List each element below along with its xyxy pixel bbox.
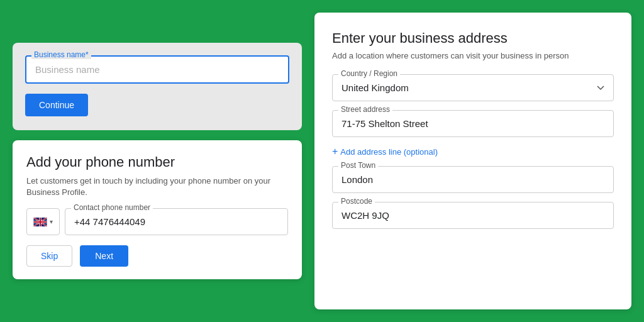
postcode-input[interactable] [332, 202, 614, 229]
address-subtitle: Add a location where customers can visit… [332, 50, 614, 62]
phone-subtitle: Let customers get in touch by including … [26, 175, 288, 198]
uk-flag-icon [33, 218, 47, 226]
country-chevron-icon: ▾ [50, 218, 53, 225]
skip-button[interactable]: Skip [26, 245, 72, 267]
country-field-wrapper: Country / Region United Kingdom [332, 74, 614, 101]
business-name-label: Business name* [31, 50, 91, 59]
street-field-label: Street address [338, 105, 392, 114]
address-card: Enter your business address Add a locati… [314, 13, 631, 309]
country-select[interactable]: United Kingdom [332, 74, 614, 101]
country-field-label: Country / Region [338, 69, 400, 78]
phone-input[interactable] [65, 208, 288, 235]
address-title: Enter your business address [332, 30, 614, 47]
street-input[interactable] [332, 110, 614, 137]
street-field-wrapper: Street address [332, 110, 614, 137]
country-selector[interactable]: ▾ [26, 208, 60, 235]
phone-actions: Skip Next [26, 245, 288, 267]
phone-field-wrapper: Contact phone number [65, 208, 288, 235]
add-address-line-label: Add address line (optional) [340, 147, 438, 157]
phone-card: Add your phone number Let customers get … [13, 140, 302, 279]
business-name-input[interactable] [25, 55, 289, 84]
post-town-input[interactable] [332, 166, 614, 193]
phone-input-row: ▾ Contact phone number [26, 208, 288, 235]
phone-title: Add your phone number [26, 154, 288, 170]
post-town-field-wrapper: Post Town [332, 166, 614, 193]
postcode-field-wrapper: Postcode [332, 202, 614, 229]
continue-button[interactable]: Continue [25, 94, 88, 116]
add-address-line-button[interactable]: + Add address line (optional) [332, 146, 614, 157]
postcode-field-label: Postcode [338, 197, 375, 206]
business-name-card: Business name* Continue [13, 43, 302, 130]
post-town-field-label: Post Town [338, 161, 378, 170]
next-button[interactable]: Next [80, 245, 128, 267]
plus-icon: + [332, 146, 338, 157]
left-column: Business name* Continue Add your phone n… [13, 43, 302, 279]
business-name-field-wrapper: Business name* [25, 55, 289, 84]
phone-field-label: Contact phone number [71, 203, 153, 212]
